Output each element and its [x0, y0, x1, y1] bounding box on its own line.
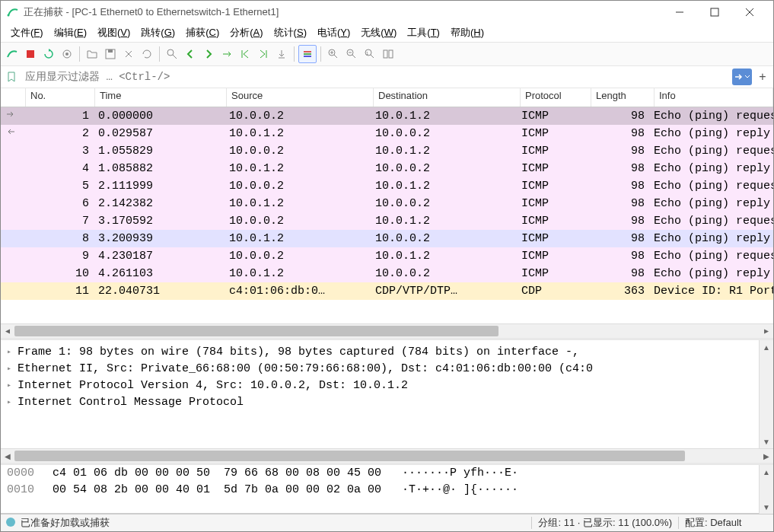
status-bar: 已准备好加载或捕获 分组: 11 · 已显示: 11 (100.0%) 配置: …: [1, 514, 773, 531]
svg-rect-17: [304, 56, 311, 57]
details-row[interactable]: ▸Internet Protocol Version 4, Src: 10.0.…: [1, 377, 759, 393]
hex-row[interactable]: 0000c4 01 06 db 00 00 00 50 79 66 68 00 …: [1, 467, 759, 483]
svg-line-19: [334, 55, 337, 58]
capture-options-button[interactable]: [59, 46, 75, 62]
svg-rect-5: [27, 50, 34, 58]
details-row[interactable]: ▸Ethernet II, Src: Private_66:68:00 (00:…: [1, 360, 759, 377]
svg-line-23: [352, 55, 355, 58]
status-text: 已准备好加载或捕获: [21, 516, 525, 530]
go-forward-button[interactable]: [200, 46, 217, 62]
col-time[interactable]: Time: [95, 88, 227, 107]
window: 正在捕获 - [PC-1 Ethernet0 to Ethernetswitch…: [0, 0, 774, 532]
menu-item[interactable]: 分析(A): [225, 24, 268, 41]
col-info[interactable]: Info: [655, 88, 773, 107]
packet-row[interactable]: 20.02958710.0.1.210.0.0.2ICMP98Echo (pin…: [1, 125, 773, 142]
go-back-button[interactable]: [182, 46, 199, 62]
apply-filter-button[interactable]: [732, 68, 752, 85]
auto-scroll-button[interactable]: [273, 46, 290, 62]
menu-item[interactable]: 无线(W): [355, 24, 402, 41]
app-icon: [7, 6, 19, 18]
menu-item[interactable]: 帮助(H): [445, 24, 489, 41]
svg-point-12: [167, 49, 174, 56]
goto-packet-button[interactable]: [218, 46, 235, 62]
add-filter-button[interactable]: +: [755, 68, 770, 85]
scroll-left-icon[interactable]: ◀: [1, 325, 14, 337]
filter-bar: +: [1, 66, 773, 88]
titlebar[interactable]: 正在捕获 - [PC-1 Ethernet0 to Ethernetswitch…: [1, 1, 773, 24]
svg-rect-15: [304, 51, 311, 53]
stop-capture-button[interactable]: [22, 46, 39, 62]
packet-row[interactable]: 62.14238210.0.1.210.0.0.2ICMP98Echo (pin…: [1, 195, 773, 212]
expand-icon[interactable]: ▸: [7, 381, 18, 390]
separator: [294, 46, 295, 62]
details-row[interactable]: ▸Frame 1: 98 bytes on wire (784 bits), 9…: [1, 343, 759, 360]
expert-info-icon[interactable]: [5, 517, 16, 530]
bytes-vscroll[interactable]: ▲▼: [759, 465, 773, 514]
packet-row[interactable]: 1122.040731c4:01:06:db:0…CDP/VTP/DTP…CDP…: [1, 282, 773, 300]
separator: [320, 46, 321, 62]
packet-list-pane: No. Time Source Destination Protocol Len…: [1, 88, 773, 338]
minimize-button[interactable]: [662, 1, 697, 24]
packet-row[interactable]: 41.08588210.0.1.210.0.0.2ICMP98Echo (pin…: [1, 160, 773, 177]
col-destination[interactable]: Destination: [374, 88, 521, 107]
expand-icon[interactable]: ▸: [7, 397, 18, 406]
packet-row[interactable]: 104.26110310.0.1.210.0.0.2ICMP98Echo (pi…: [1, 265, 773, 282]
colorize-button[interactable]: [298, 45, 317, 63]
restart-capture-button[interactable]: [40, 46, 57, 62]
close-button[interactable]: [732, 1, 767, 24]
packet-list-body[interactable]: 10.00000010.0.0.210.0.1.2ICMP98Echo (pin…: [1, 107, 773, 323]
related-packet-icon: [1, 109, 25, 123]
goto-first-button[interactable]: [237, 46, 253, 62]
menu-item[interactable]: 文件(F): [5, 24, 49, 41]
close-file-button[interactable]: [120, 46, 137, 62]
svg-line-26: [371, 55, 374, 58]
menu-item[interactable]: 视图(V): [92, 24, 135, 41]
details-row[interactable]: ▸Internet Control Message Protocol: [1, 393, 759, 410]
resize-columns-button[interactable]: [380, 46, 397, 62]
menu-item[interactable]: 工具(T): [402, 24, 445, 41]
menu-item[interactable]: 电话(Y): [312, 24, 355, 41]
packet-row[interactable]: 94.23018710.0.0.210.0.1.2ICMP98Echo (pin…: [1, 247, 773, 265]
maximize-button[interactable]: [697, 1, 732, 24]
col-source[interactable]: Source: [227, 88, 374, 107]
packet-list-header[interactable]: No. Time Source Destination Protocol Len…: [1, 88, 773, 107]
zoom-in-button[interactable]: [325, 46, 342, 62]
packet-row[interactable]: 73.17059210.0.0.210.0.1.2ICMP98Echo (pin…: [1, 212, 773, 230]
svg-rect-29: [389, 50, 393, 58]
display-filter-input[interactable]: [22, 68, 729, 86]
packet-details-pane[interactable]: ▸Frame 1: 98 bytes on wire (784 bits), 9…: [1, 340, 759, 448]
packet-list-hscroll[interactable]: ◀ ▶: [1, 323, 773, 338]
hex-row[interactable]: 001000 54 08 2b 00 00 40 01 5d 7b 0a 00 …: [1, 483, 759, 500]
expand-icon[interactable]: ▸: [7, 347, 18, 356]
menu-item[interactable]: 统计(S): [269, 24, 312, 41]
start-capture-button[interactable]: [4, 46, 21, 62]
details-hscroll[interactable]: ◀▶: [1, 448, 773, 463]
packet-row[interactable]: 10.00000010.0.0.210.0.1.2ICMP98Echo (pin…: [1, 107, 773, 125]
svg-text:1: 1: [366, 51, 369, 56]
related-packet-icon: [1, 126, 25, 141]
expand-icon[interactable]: ▸: [7, 364, 18, 373]
packet-row[interactable]: 83.20093910.0.1.210.0.0.2ICMP98Echo (pin…: [1, 230, 773, 247]
col-protocol[interactable]: Protocol: [521, 88, 591, 107]
window-buttons: [662, 1, 767, 24]
col-length[interactable]: Length: [591, 88, 655, 107]
col-no[interactable]: No.: [26, 88, 95, 107]
scroll-right-icon[interactable]: ▶: [760, 325, 773, 337]
zoom-reset-button[interactable]: 1: [362, 46, 378, 62]
menu-item[interactable]: 捕获(C): [180, 24, 225, 41]
status-profile[interactable]: 配置: Default: [685, 516, 769, 530]
packet-row[interactable]: 52.11199910.0.0.210.0.1.2ICMP98Echo (pin…: [1, 177, 773, 195]
bookmark-icon[interactable]: [4, 69, 19, 84]
goto-last-button[interactable]: [255, 46, 272, 62]
packet-bytes-pane[interactable]: 0000c4 01 06 db 00 00 00 50 79 66 68 00 …: [1, 465, 759, 514]
open-file-button[interactable]: [84, 46, 100, 62]
svg-point-30: [6, 518, 15, 527]
save-file-button[interactable]: [102, 46, 119, 62]
reload-button[interactable]: [139, 46, 155, 62]
details-vscroll[interactable]: ▲▼: [759, 340, 773, 448]
packet-row[interactable]: 31.05582910.0.0.210.0.1.2ICMP98Echo (pin…: [1, 142, 773, 160]
menu-item[interactable]: 跳转(G): [135, 24, 180, 41]
zoom-out-button[interactable]: [343, 46, 360, 62]
find-button[interactable]: [164, 46, 180, 62]
menu-item[interactable]: 编辑(E): [49, 24, 92, 41]
